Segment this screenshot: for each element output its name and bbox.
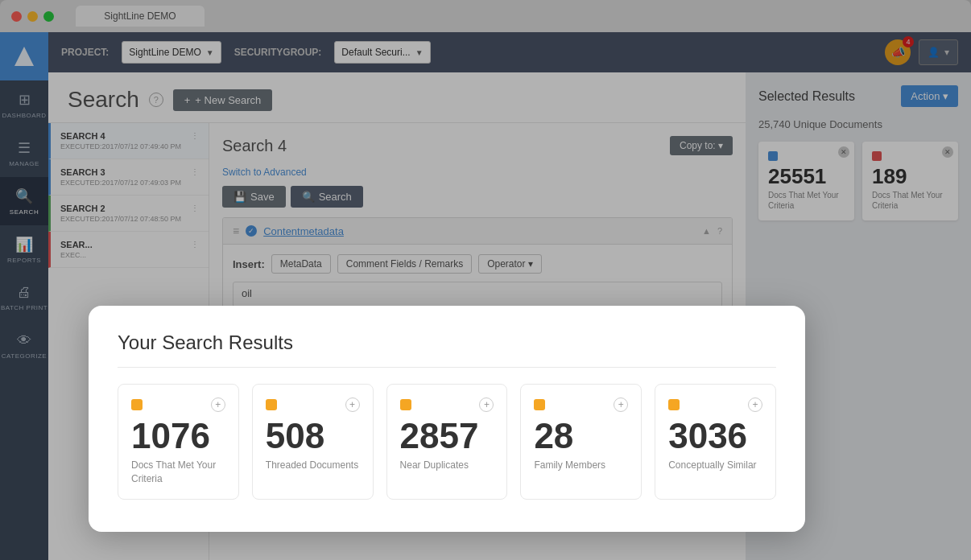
modal-card-indicator-2 bbox=[400, 399, 411, 410]
modal-card-indicator-1 bbox=[266, 399, 277, 410]
search-results-modal: Your Search Results + 1076 Docs That Met… bbox=[89, 306, 805, 532]
modal-card-1: + 508 Threaded Documents bbox=[252, 384, 374, 500]
modal-card-indicator-0 bbox=[131, 399, 143, 410]
modal-card-number-4: 3036 bbox=[668, 418, 747, 454]
modal-card-plus-0[interactable]: + bbox=[211, 397, 225, 412]
modal-card-top-3: + bbox=[534, 397, 628, 412]
modal-card-4: + 3036 Conceptually Similar bbox=[655, 384, 776, 500]
modal-card-label-3: Family Members bbox=[534, 459, 605, 472]
modal-card-top-2: + bbox=[400, 397, 494, 412]
modal-card-top-0: + bbox=[131, 397, 225, 412]
modal-card-number-1: 508 bbox=[266, 418, 324, 454]
modal-card-0: + 1076 Docs That Met Your Criteria bbox=[118, 384, 239, 500]
modal-card-label-0: Docs That Met Your Criteria bbox=[131, 459, 225, 486]
modal-card-3: + 28 Family Members bbox=[520, 384, 642, 500]
modal-card-number-2: 2857 bbox=[400, 418, 479, 454]
modal-card-plus-4[interactable]: + bbox=[748, 397, 762, 412]
modal-card-indicator-3 bbox=[534, 399, 545, 410]
modal-card-number-0: 1076 bbox=[131, 418, 210, 454]
modal-cards: + 1076 Docs That Met Your Criteria + 508… bbox=[118, 384, 776, 500]
modal-card-2: + 2857 Near Duplicates bbox=[386, 384, 508, 500]
modal-title: Your Search Results bbox=[118, 331, 776, 368]
modal-card-label-4: Conceptually Similar bbox=[668, 459, 756, 472]
modal-card-plus-3[interactable]: + bbox=[614, 397, 628, 412]
modal-card-number-3: 28 bbox=[534, 418, 573, 454]
modal-card-plus-1[interactable]: + bbox=[345, 397, 360, 412]
modal-card-indicator-4 bbox=[668, 399, 680, 410]
modal-card-plus-2[interactable]: + bbox=[479, 397, 494, 412]
modal-card-label-2: Near Duplicates bbox=[400, 459, 469, 472]
modal-card-top-4: + bbox=[668, 397, 762, 412]
modal-overlay: Your Search Results + 1076 Docs That Met… bbox=[0, 0, 971, 560]
modal-card-top-1: + bbox=[266, 397, 360, 412]
modal-card-label-1: Threaded Documents bbox=[266, 459, 358, 472]
